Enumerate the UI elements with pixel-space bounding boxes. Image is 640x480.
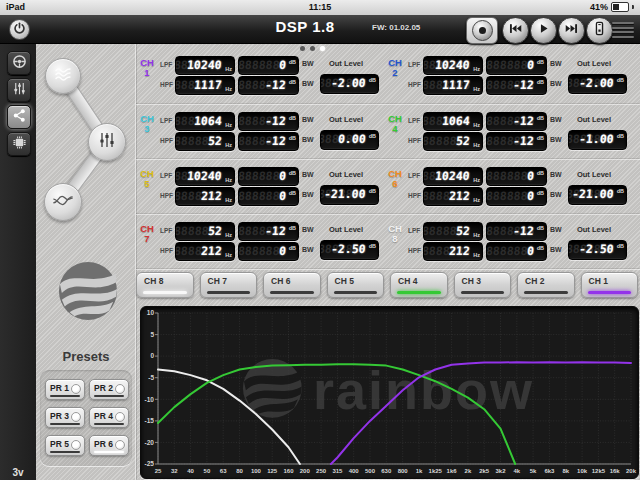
ch2-lpf-freq-display[interactable]: 888888810240Hz — [423, 56, 483, 75]
ch3-out-level-display[interactable]: 88888880.00dB — [320, 130, 379, 150]
previous-button[interactable] — [502, 17, 529, 44]
lcd-value: 0 — [278, 169, 286, 183]
ch1-out-level-display[interactable]: 8888888-2.00dB — [320, 74, 379, 94]
power-button[interactable] — [9, 19, 30, 40]
tab-label: CH 1 — [589, 276, 608, 286]
steering-wheel-icon — [12, 54, 27, 73]
preset-pr4[interactable]: PR 4 — [89, 407, 129, 428]
ch5-hpf-gain-display[interactable]: 88888880dB — [238, 187, 299, 206]
lcd-unit: Hz — [225, 197, 232, 203]
preset-underline — [94, 451, 124, 453]
ch8-lpf-freq-display[interactable]: 888888852Hz — [423, 222, 483, 241]
ch6-lpf-gain-display[interactable]: 88888880dB — [486, 167, 547, 186]
ch6-lpf-freq-display[interactable]: 888888810240Hz — [423, 167, 483, 186]
lcd-unit: dB — [369, 243, 376, 249]
ch7-out-level-display[interactable]: 8888888-2.50dB — [320, 240, 379, 260]
ch4-hpf-freq-display[interactable]: 888888852Hz — [423, 132, 483, 151]
preset-pr1[interactable]: PR 1 — [45, 379, 85, 400]
svg-text:-20: -20 — [145, 439, 155, 446]
preset-pr6[interactable]: PR 6 — [89, 435, 129, 456]
record-button[interactable] — [466, 17, 498, 44]
bw-label: BW — [550, 246, 562, 253]
preset-pr5[interactable]: PR 5 — [45, 435, 85, 456]
ch1-lpf-gain-display[interactable]: 88888880dB — [238, 56, 299, 75]
battery-cap — [632, 5, 634, 9]
ch1-hpf-gain-display[interactable]: 8888888-12dB — [238, 76, 299, 95]
steering-wheel-button[interactable] — [7, 51, 31, 75]
tab-ch1[interactable]: CH 1 — [581, 272, 639, 298]
ch2-hpf-freq-display[interactable]: 88888881117Hz — [423, 76, 483, 95]
tab-ch8[interactable]: CH 8 — [136, 272, 194, 298]
ch2-out-level-display[interactable]: 8888888-2.00dB — [568, 74, 627, 94]
level-faders-button[interactable] — [88, 123, 126, 161]
svg-text:160: 160 — [283, 468, 294, 474]
crossover-curves-button[interactable] — [44, 183, 82, 221]
mixer-sliders-button[interactable] — [7, 78, 31, 102]
battery-indicator: 41% — [590, 2, 634, 12]
tab-ch7[interactable]: CH 7 — [200, 272, 258, 298]
ch3-lpf-freq-display[interactable]: 88888881064Hz — [175, 112, 235, 131]
lcd-value: 1064 — [194, 114, 223, 128]
hpf-label: HPF — [160, 81, 173, 88]
hpf-label: HPF — [408, 192, 421, 199]
channel-label: CH2 — [386, 58, 404, 78]
ch6-out-level-display[interactable]: 8888888-21.00dB — [568, 185, 627, 205]
ch4-lpf-gain-display[interactable]: 8888888-12dB — [486, 112, 547, 131]
ch7-hpf-freq-display[interactable]: 8888888212Hz — [175, 242, 235, 261]
ch4-out-level-display[interactable]: 8888888-1.00dB — [568, 130, 627, 150]
ch5-hpf-freq-display[interactable]: 8888888212Hz — [175, 187, 235, 206]
lcd-value: 1117 — [194, 78, 223, 92]
lcd-unit: Hz — [225, 232, 232, 238]
tab-ch3[interactable]: CH 3 — [454, 272, 512, 298]
ch5-lpf-gain-display[interactable]: 88888880dB — [238, 167, 299, 186]
ch6-hpf-freq-display[interactable]: 8888888212Hz — [423, 187, 483, 206]
lowpass-waves-button[interactable] — [45, 58, 81, 94]
chip-button[interactable] — [7, 132, 31, 156]
lcd-value: -1.00 — [579, 132, 615, 146]
lcd-unit: dB — [617, 77, 624, 83]
tab-ch2[interactable]: CH 2 — [517, 272, 575, 298]
tab-ch5[interactable]: CH 5 — [327, 272, 385, 298]
svg-text:10k: 10k — [577, 468, 588, 474]
tab-ch4[interactable]: CH 4 — [390, 272, 448, 298]
ch1-hpf-freq-display[interactable]: 88888881117Hz — [175, 76, 235, 95]
ch6-hpf-gain-display[interactable]: 88888880dB — [486, 187, 547, 206]
svg-text:1k25: 1k25 — [429, 468, 443, 474]
lcd-value: -12 — [513, 224, 535, 238]
lcd-value: 10240 — [187, 169, 223, 183]
ch7-hpf-gain-display[interactable]: 88888880dB — [238, 242, 299, 261]
ch7-lpf-gain-display[interactable]: 8888888-12dB — [238, 222, 299, 241]
ch1-lpf-freq-display[interactable]: 888888810240Hz — [175, 56, 235, 75]
out-level-label: Out Level — [312, 170, 380, 179]
drag-handle-icon[interactable] — [612, 22, 634, 38]
ch2-hpf-gain-display[interactable]: 8888888-12dB — [486, 76, 547, 95]
ch4-hpf-gain-display[interactable]: 8888888-12dB — [486, 132, 547, 151]
ch8-lpf-gain-display[interactable]: 8888888-12dB — [486, 222, 547, 241]
play-button[interactable] — [530, 17, 557, 44]
response-graph: rainbow1050-5-10-15-20-25253240506380100… — [140, 306, 639, 479]
share-nodes-button[interactable] — [7, 105, 31, 129]
device-button[interactable] — [586, 17, 613, 44]
ch8-hpf-gain-display[interactable]: 88888880dB — [486, 242, 547, 261]
ch7-lpf-freq-display[interactable]: 888888852Hz — [175, 222, 235, 241]
channel-strip-ch7: CH7LPFHPF888888852Hz8888888-12dBBW888888… — [136, 216, 380, 266]
preset-underline — [94, 395, 124, 397]
tab-ch6[interactable]: CH 6 — [263, 272, 321, 298]
next-button[interactable] — [558, 17, 585, 44]
lcd-value: 1064 — [442, 114, 471, 128]
ch5-lpf-freq-display[interactable]: 888888810240Hz — [175, 167, 235, 186]
tab-label: CH 5 — [335, 276, 354, 286]
preset-pr3[interactable]: PR 3 — [45, 407, 85, 428]
ch8-hpf-freq-display[interactable]: 8888888212Hz — [423, 242, 483, 261]
lcd-value: 212 — [449, 244, 471, 258]
lcd-value: 0 — [526, 169, 534, 183]
ch3-hpf-freq-display[interactable]: 888888852Hz — [175, 132, 235, 151]
lcd-value: -12 — [265, 114, 287, 128]
preset-pr2[interactable]: PR 2 — [89, 379, 129, 400]
ch5-out-level-display[interactable]: 8888888-21.00dB — [320, 185, 379, 205]
ch8-out-level-display[interactable]: 8888888-2.50dB — [568, 240, 627, 260]
ch3-hpf-gain-display[interactable]: 8888888-12dB — [238, 132, 299, 151]
ch3-lpf-gain-display[interactable]: 8888888-12dB — [238, 112, 299, 131]
ch4-lpf-freq-display[interactable]: 88888881064Hz — [423, 112, 483, 131]
ch2-lpf-gain-display[interactable]: 88888880dB — [486, 56, 547, 75]
